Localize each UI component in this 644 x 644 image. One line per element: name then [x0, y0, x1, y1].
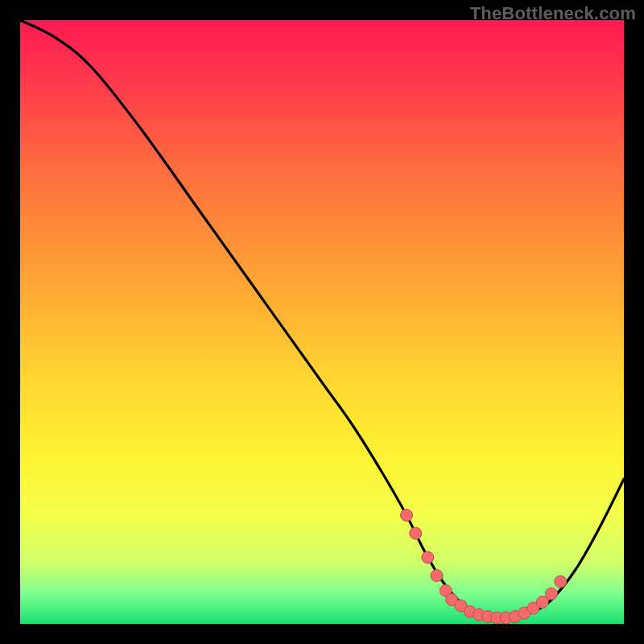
- marker-dot: [422, 551, 434, 564]
- watermark-text: TheBottleneck.com: [470, 3, 636, 24]
- highlight-dots: [401, 510, 567, 625]
- marker-dot: [546, 588, 558, 600]
- plot-area: [20, 20, 624, 624]
- chart-svg: [20, 20, 624, 624]
- marker-dot: [410, 527, 422, 539]
- marker-dot: [555, 576, 567, 588]
- chart-frame: TheBottleneck.com: [0, 0, 644, 644]
- bottleneck-curve: [20, 20, 624, 618]
- marker-dot: [431, 570, 443, 582]
- marker-dot: [401, 510, 413, 522]
